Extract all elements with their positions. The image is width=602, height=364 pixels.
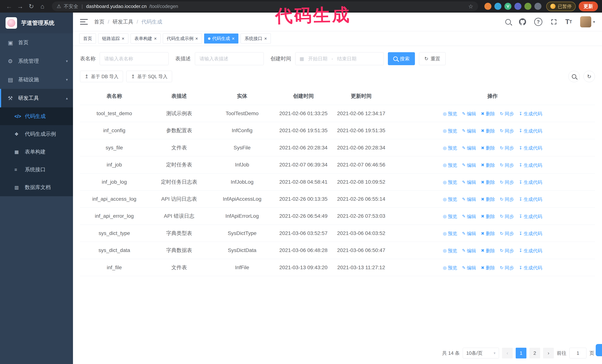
- edit-link[interactable]: ✎编辑: [462, 247, 476, 254]
- generate-link[interactable]: ↧生成代码: [519, 110, 542, 117]
- sidebar-item-system[interactable]: ⚙系统管理▾: [0, 52, 73, 70]
- generate-link[interactable]: ↧生成代码: [519, 179, 542, 186]
- tab-home[interactable]: 首页: [79, 33, 96, 43]
- close-icon[interactable]: ×: [195, 36, 198, 41]
- edit-link[interactable]: ✎编辑: [462, 264, 476, 271]
- toggle-search-button[interactable]: [568, 71, 580, 82]
- edit-link[interactable]: ✎编辑: [462, 127, 476, 135]
- tab-codegen-example[interactable]: 代码生成示例×: [163, 33, 202, 43]
- delete-link[interactable]: ✖删除: [481, 196, 495, 203]
- close-icon[interactable]: ×: [264, 36, 267, 41]
- edit-link[interactable]: ✎编辑: [462, 230, 476, 237]
- search-icon[interactable]: [505, 19, 511, 25]
- avatar[interactable]: ▾: [580, 16, 595, 27]
- close-icon[interactable]: ×: [154, 36, 157, 41]
- app-logo[interactable]: 芋道管理系统: [0, 13, 73, 33]
- preview-link[interactable]: ◎预览: [443, 196, 457, 203]
- import-sql-button[interactable]: ↥ 基于 SQL 导入: [126, 71, 172, 82]
- generate-link[interactable]: ↧生成代码: [519, 127, 542, 135]
- generate-link[interactable]: ↧生成代码: [519, 162, 542, 169]
- breadcrumb-item[interactable]: 研发工具: [113, 18, 133, 25]
- import-db-button[interactable]: ↥ 基于 DB 导入: [80, 71, 123, 82]
- edit-link[interactable]: ✎编辑: [462, 110, 476, 117]
- preview-link[interactable]: ◎预览: [443, 179, 457, 186]
- goto-page-input[interactable]: [570, 348, 586, 358]
- sidebar-item-db-doc[interactable]: ▥数据库文档: [0, 178, 73, 196]
- table-desc-input[interactable]: [195, 52, 264, 65]
- back-to-top-button[interactable]: [596, 344, 602, 356]
- page-button-2[interactable]: 2: [529, 348, 540, 358]
- edit-link[interactable]: ✎编辑: [462, 162, 476, 169]
- prev-page-button[interactable]: ‹: [502, 348, 513, 358]
- preview-link[interactable]: ◎预览: [443, 110, 457, 117]
- refresh-table-button[interactable]: ↻: [583, 71, 595, 82]
- edit-link[interactable]: ✎编辑: [462, 145, 476, 152]
- reset-button[interactable]: ↻ 重置: [419, 52, 446, 65]
- sync-link[interactable]: ↻同步: [500, 247, 514, 254]
- delete-link[interactable]: ✖删除: [481, 247, 495, 254]
- preview-link[interactable]: ◎预览: [443, 230, 457, 237]
- browser-update-button[interactable]: 更新: [579, 1, 598, 11]
- generate-link[interactable]: ↧生成代码: [519, 264, 542, 271]
- sync-link[interactable]: ↻同步: [500, 145, 514, 152]
- close-icon[interactable]: ×: [122, 36, 124, 41]
- delete-link[interactable]: ✖删除: [481, 230, 495, 237]
- generate-link[interactable]: ↧生成代码: [519, 145, 542, 152]
- fullscreen-icon[interactable]: [550, 19, 557, 25]
- breadcrumb-item[interactable]: 代码生成: [141, 18, 162, 25]
- generate-link[interactable]: ↧生成代码: [519, 247, 542, 254]
- extension-orange-icon[interactable]: [484, 3, 491, 10]
- sidebar-item-devtools[interactable]: ⚒研发工具▴: [0, 89, 73, 107]
- help-icon[interactable]: ?: [534, 18, 542, 26]
- breadcrumb-item[interactable]: 首页: [94, 18, 105, 25]
- generate-link[interactable]: ↧生成代码: [519, 196, 542, 203]
- date-range-picker[interactable]: ▦ 开始日期 - 结束日期: [295, 52, 384, 65]
- profile-paused-badge[interactable]: 已暂停: [546, 2, 576, 11]
- browser-refresh-icon[interactable]: ↻: [26, 3, 36, 10]
- sidebar-item-form-build[interactable]: ▦表单构建: [0, 143, 73, 161]
- preview-link[interactable]: ◎预览: [443, 145, 457, 152]
- tab-api[interactable]: 系统接口×: [241, 33, 271, 43]
- sync-link[interactable]: ↻同步: [500, 196, 514, 203]
- extension-indigo-icon[interactable]: [514, 3, 521, 10]
- page-button-1[interactable]: 1: [516, 348, 527, 358]
- generate-link[interactable]: ↧生成代码: [519, 230, 542, 237]
- extension-blue-icon[interactable]: [494, 3, 501, 10]
- sync-link[interactable]: ↻同步: [500, 213, 514, 220]
- preview-link[interactable]: ◎预览: [443, 127, 457, 135]
- browser-back-icon[interactable]: ←: [4, 3, 14, 10]
- sync-link[interactable]: ↻同步: [500, 110, 514, 117]
- tab-tracer[interactable]: 链路追踪×: [98, 33, 128, 43]
- search-button[interactable]: 搜索: [388, 52, 415, 65]
- font-size-icon[interactable]: TT: [565, 18, 572, 26]
- table-name-input[interactable]: [100, 52, 169, 65]
- extension-vue-icon[interactable]: V: [504, 3, 511, 10]
- close-icon[interactable]: ×: [232, 36, 235, 41]
- github-icon[interactable]: [519, 18, 526, 25]
- browser-home-icon[interactable]: ⌂: [37, 3, 47, 10]
- preview-link[interactable]: ◎预览: [443, 247, 457, 254]
- sync-link[interactable]: ↻同步: [500, 162, 514, 169]
- sidebar-item-codegen-example[interactable]: ❖代码生成示例: [0, 125, 73, 143]
- delete-link[interactable]: ✖删除: [481, 127, 495, 135]
- delete-link[interactable]: ✖删除: [481, 179, 495, 186]
- edit-link[interactable]: ✎编辑: [462, 213, 476, 220]
- extension-gray-icon[interactable]: [534, 3, 541, 10]
- address-bar[interactable]: ⚠ 不安全 | dashboard.yudao.iocoder.cn/tool/…: [52, 1, 478, 11]
- next-page-button[interactable]: ›: [543, 348, 554, 358]
- preview-link[interactable]: ◎预览: [443, 162, 457, 169]
- sidebar-item-home[interactable]: ▣首页: [0, 33, 73, 52]
- tab-codegen[interactable]: 代码生成×: [204, 33, 239, 43]
- sidebar-item-codegen[interactable]: </>代码生成: [0, 107, 73, 125]
- edit-link[interactable]: ✎编辑: [462, 196, 476, 203]
- bookmark-star-icon[interactable]: ☆: [468, 3, 473, 10]
- delete-link[interactable]: ✖删除: [481, 110, 495, 117]
- tab-form-build[interactable]: 表单构建×: [130, 33, 161, 43]
- sync-link[interactable]: ↻同步: [500, 230, 514, 237]
- delete-link[interactable]: ✖删除: [481, 213, 495, 220]
- preview-link[interactable]: ◎预览: [443, 213, 457, 220]
- page-size-select[interactable]: 10条/页 ▾: [463, 348, 499, 358]
- generate-link[interactable]: ↧生成代码: [519, 213, 542, 220]
- delete-link[interactable]: ✖删除: [481, 145, 495, 152]
- sidebar-item-api[interactable]: ≡系统接口: [0, 161, 73, 178]
